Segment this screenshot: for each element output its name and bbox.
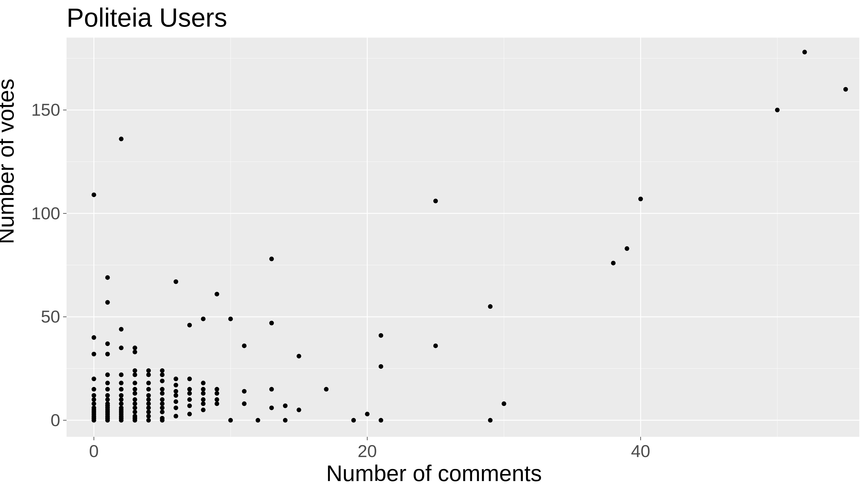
data-point — [105, 275, 110, 280]
data-point — [297, 408, 301, 412]
data-point — [215, 292, 219, 296]
data-point — [843, 87, 848, 92]
data-point — [105, 397, 110, 402]
data-point — [174, 399, 178, 404]
data-point — [146, 397, 151, 402]
data-point — [242, 401, 247, 406]
x-tick-label: 20 — [358, 442, 377, 461]
data-point — [119, 393, 124, 398]
data-point — [433, 344, 438, 348]
data-point — [365, 412, 370, 416]
data-point — [132, 401, 137, 406]
data-point — [132, 381, 137, 385]
data-point — [146, 387, 151, 392]
data-point — [187, 391, 192, 396]
data-point — [146, 410, 151, 414]
data-point — [91, 397, 96, 402]
data-point — [187, 403, 192, 408]
data-point — [105, 372, 110, 377]
data-point — [215, 401, 219, 406]
data-point — [119, 387, 124, 392]
data-point — [160, 418, 165, 423]
data-point — [132, 350, 137, 354]
plot-panel — [66, 38, 859, 437]
data-point — [91, 192, 96, 197]
data-point — [132, 346, 137, 350]
data-point — [242, 389, 247, 394]
data-point — [91, 352, 96, 356]
data-point — [160, 410, 165, 414]
chart-container: Politeia Users Number of votes 020400501… — [0, 0, 868, 488]
data-point — [269, 405, 274, 410]
y-tick-label: 150 — [31, 100, 60, 120]
y-tick-label: 0 — [51, 411, 60, 430]
data-point — [187, 412, 192, 416]
data-point — [132, 397, 137, 402]
data-point — [160, 401, 165, 406]
data-point — [174, 377, 178, 381]
data-point — [215, 397, 219, 402]
data-point — [174, 389, 178, 394]
data-point — [638, 197, 643, 201]
data-point — [105, 418, 110, 423]
data-point — [242, 344, 247, 348]
data-point — [105, 381, 110, 385]
data-point — [283, 403, 288, 408]
data-point — [283, 418, 288, 423]
data-point — [379, 333, 383, 338]
data-point — [146, 381, 151, 385]
data-point — [146, 401, 151, 406]
data-point — [146, 393, 151, 398]
data-point — [146, 418, 151, 423]
data-point — [324, 387, 329, 392]
data-point — [132, 418, 137, 423]
x-axis-label: Number of comments — [0, 460, 868, 487]
data-point — [297, 354, 301, 358]
data-point — [160, 405, 165, 410]
data-point — [146, 414, 151, 418]
data-point — [119, 418, 124, 423]
data-point — [215, 391, 219, 396]
data-point — [174, 383, 178, 387]
data-point — [160, 391, 165, 396]
data-point — [228, 317, 233, 321]
data-point — [201, 391, 206, 396]
data-point — [146, 405, 151, 410]
data-point — [91, 393, 96, 398]
data-point — [187, 323, 192, 327]
data-point — [269, 321, 274, 325]
data-point — [146, 368, 151, 373]
data-point — [91, 335, 96, 340]
data-point — [174, 280, 178, 284]
data-point — [174, 405, 178, 410]
data-point — [119, 372, 124, 377]
data-point — [201, 401, 206, 406]
data-point — [91, 377, 96, 381]
data-point — [802, 50, 807, 54]
data-point — [351, 418, 356, 423]
scatter-plot: 02040050100150 — [0, 0, 868, 488]
data-point — [611, 261, 616, 265]
data-point — [201, 408, 206, 412]
data-point — [201, 381, 206, 385]
data-point — [119, 401, 124, 406]
data-point — [255, 418, 260, 423]
data-point — [132, 387, 137, 392]
data-point — [132, 391, 137, 396]
data-point — [174, 414, 178, 418]
data-point — [201, 317, 206, 321]
data-point — [91, 387, 96, 392]
data-point — [187, 377, 192, 381]
data-point — [105, 393, 110, 398]
data-point — [269, 257, 274, 261]
data-point — [269, 387, 274, 392]
data-point — [201, 397, 206, 402]
data-point — [625, 246, 629, 251]
data-point — [132, 368, 137, 373]
data-point — [502, 401, 506, 406]
data-point — [379, 418, 383, 423]
data-point — [201, 387, 206, 392]
data-point — [146, 372, 151, 377]
data-point — [160, 397, 165, 402]
data-point — [160, 387, 165, 392]
